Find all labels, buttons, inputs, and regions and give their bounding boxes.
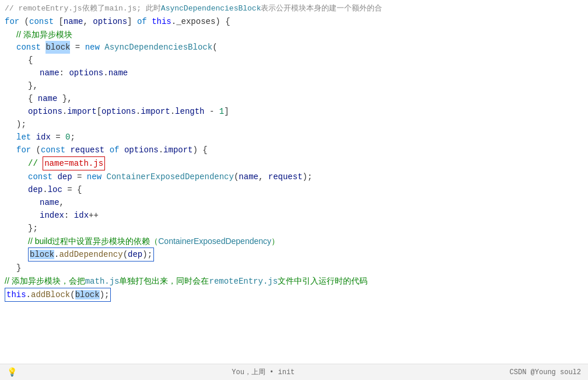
bottom-center: You，上周 • init — [232, 367, 295, 377]
line-16: name , — [0, 196, 588, 209]
comment-add-block: // 添加异步模块，会把math.js单独打包出来，同时会在remoteEntr… — [5, 274, 368, 288]
name-math-highlight: name=math.js — [43, 156, 105, 170]
line-9: options . import [ options . import . le… — [0, 105, 588, 118]
bottom-bar: 💡 You，上周 • init CSDN @Young soul2 — [0, 364, 588, 380]
line-3: // 添加异步模块 — [0, 28, 588, 41]
lightbulb-icon: 💡 — [7, 367, 17, 377]
line-2: for ( const [ name , options ] of this .… — [0, 15, 588, 28]
block-highlight-1: block — [46, 41, 70, 54]
line-22: // 添加异步模块，会把math.js单独打包出来，同时会在remoteEntr… — [0, 274, 588, 288]
line-21: } — [0, 262, 588, 274]
line-8: { name }, — [0, 92, 588, 105]
line-comment-top: // remoteEntry.js依赖了main.js; 此时AsyncDepe… — [5, 2, 382, 15]
line-10: ); — [0, 118, 588, 131]
line-13: // name=math.js — [0, 156, 588, 170]
line-15: dep . loc = { — [0, 183, 588, 196]
line-18: }; — [0, 222, 588, 235]
line-7: }, — [0, 79, 588, 92]
this-addblock-highlight: this.addBlock(block); — [5, 288, 111, 302]
code-container: // remoteEntry.js依赖了main.js; 此时AsyncDepe… — [0, 0, 588, 380]
line-23: this.addBlock(block); — [0, 288, 588, 302]
line-5: { — [0, 54, 588, 67]
line-14: const dep = new ContainerExposedDependen… — [0, 170, 588, 183]
line-11: let idx = 0 ; — [0, 131, 588, 144]
comment-add-async: // 添加异步模块 — [16, 28, 72, 41]
block-adddep-highlight: block.addDependency(dep); — [28, 247, 154, 262]
code-block: // remoteEntry.js依赖了main.js; 此时AsyncDepe… — [0, 0, 588, 302]
line-20: block.addDependency(dep); — [0, 247, 588, 262]
line-6: name : options . name — [0, 67, 588, 79]
bottom-left: 💡 — [7, 367, 17, 377]
line-4: const block = new AsyncDependenciesBlock… — [0, 41, 588, 54]
line-17: index : idx ++ — [0, 209, 588, 222]
bottom-right: CSDN @Young soul2 — [510, 368, 581, 376]
comment-build: // build过程中设置异步模块的依赖（ContainerExposedDep… — [28, 235, 279, 247]
line-19: // build过程中设置异步模块的依赖（ContainerExposedDep… — [0, 235, 588, 247]
line-1: // remoteEntry.js依赖了main.js; 此时AsyncDepe… — [0, 2, 588, 15]
for-keyword: for — [5, 15, 19, 28]
line-12: for ( const request of options . import … — [0, 144, 588, 156]
